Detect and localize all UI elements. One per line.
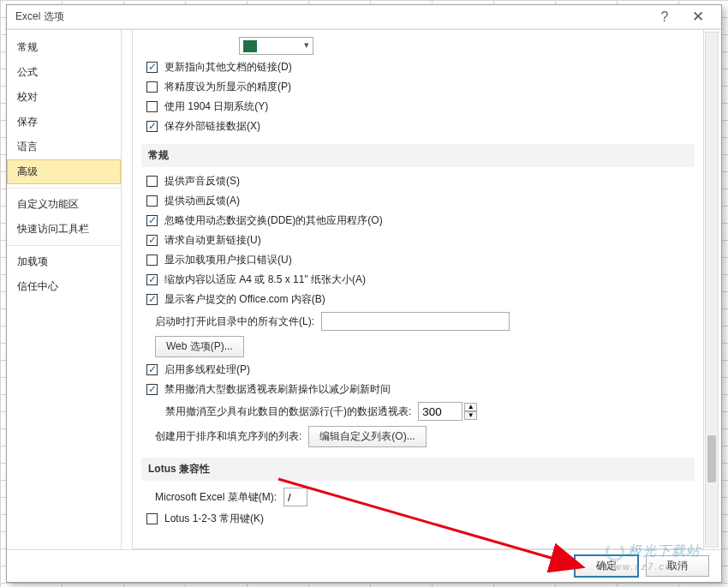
- checkbox-icon: [146, 176, 158, 187]
- sidebar-item-addins[interactable]: 加载项: [7, 249, 121, 274]
- opt-update-links[interactable]: 更新指向其他文档的链接(D): [146, 60, 695, 75]
- checkbox-icon: [146, 215, 158, 226]
- startup-folder-input[interactable]: [321, 312, 510, 331]
- opt-disable-undo-pivot[interactable]: 禁用撤消大型数据透视表刷新操作以减少刷新时间: [146, 382, 695, 397]
- section-general-header: 常规: [141, 144, 695, 167]
- opt-label: 提供声音反馈(S): [164, 174, 240, 189]
- scroll-area[interactable]: 计算此工作簿时(H): 工作簿1 更新指向其他文档的链接(D) 将精度设为所显示…: [132, 30, 704, 549]
- opt-label: Lotus 1-2-3 常用键(K): [164, 512, 264, 526]
- checkbox-icon: [146, 513, 158, 524]
- sidebar-item-advanced[interactable]: 高级: [7, 159, 121, 184]
- sidebar-item-customize-ribbon[interactable]: 自定义功能区: [7, 192, 121, 217]
- checkbox-icon: [146, 101, 158, 112]
- content-pane: 计算此工作簿时(H): 工作簿1 更新指向其他文档的链接(D) 将精度设为所显示…: [122, 30, 721, 549]
- opt-scale-a4[interactable]: 缩放内容以适应 A4 或 8.5 x 11" 纸张大小(A): [146, 273, 695, 287]
- opt-addin-errors[interactable]: 显示加载项用户接口错误(U): [146, 253, 695, 267]
- opt-precision-displayed[interactable]: 将精度设为所显示的精度(P): [146, 80, 695, 94]
- opt-label: 请求自动更新链接(U): [164, 233, 261, 248]
- opt-label: 将精度设为所显示的精度(P): [164, 80, 291, 94]
- opt-animation[interactable]: 提供动画反馈(A): [146, 194, 695, 208]
- vertical-scrollbar[interactable]: [705, 32, 719, 548]
- sidebar-item-qat[interactable]: 快速访问工具栏: [7, 217, 121, 242]
- cancel-button[interactable]: 取消: [646, 555, 709, 577]
- ok-button[interactable]: 确定: [574, 554, 639, 578]
- checkbox-icon: [146, 255, 158, 266]
- opt-label: 显示客户提交的 Office.com 内容(B): [164, 292, 325, 307]
- startup-folder-row: 启动时打开此目录中的所有文件(L):: [155, 312, 695, 331]
- section-lotus-header: Lotus 兼容性: [141, 458, 695, 481]
- menu-key-input[interactable]: [283, 488, 307, 506]
- pivot-threshold-row: 禁用撤消至少具有此数目的数据源行(千)的数据透视表: ▲ ▼: [165, 402, 695, 421]
- menu-key-label: Microsoft Excel 菜单键(M):: [155, 490, 277, 505]
- edit-custom-lists-button[interactable]: 编辑自定义列表(O)...: [308, 426, 426, 447]
- checkbox-icon: [146, 384, 158, 395]
- opt-label: 保存外部链接数据(X): [164, 119, 260, 134]
- workbook-selector[interactable]: 工作簿1: [239, 37, 313, 55]
- scrollbar-thumb[interactable]: [707, 435, 716, 482]
- help-button[interactable]: ?: [649, 7, 680, 27]
- opt-office-content[interactable]: 显示客户提交的 Office.com 内容(B): [146, 292, 695, 307]
- opt-label: 提供动画反馈(A): [164, 194, 240, 208]
- excel-options-dialog: Excel 选项 ? ✕ 常规 公式 校对 保存 语言 高级 自定义功能区 快速…: [6, 4, 722, 583]
- opt-multithread[interactable]: 启用多线程处理(P): [146, 362, 695, 377]
- spin-up-icon[interactable]: ▲: [464, 403, 477, 411]
- checkbox-icon: [146, 121, 158, 132]
- sort-lists-row: 创建用于排序和填充序列的列表: 编辑自定义列表(O)...: [155, 426, 695, 447]
- sidebar-item-proofing[interactable]: 校对: [7, 85, 121, 110]
- titlebar: Excel 选项 ? ✕: [7, 5, 721, 29]
- checkbox-icon: [146, 294, 158, 305]
- opt-label: 忽略使用动态数据交换(DDE)的其他应用程序(O): [164, 213, 383, 228]
- opt-label: 缩放内容以适应 A4 或 8.5 x 11" 纸张大小(A): [164, 273, 366, 287]
- opt-save-ext-link[interactable]: 保存外部链接数据(X): [146, 119, 695, 134]
- checkbox-icon: [146, 274, 158, 285]
- sidebar-item-formulas[interactable]: 公式: [7, 60, 121, 85]
- options-sidebar: 常规 公式 校对 保存 语言 高级 自定义功能区 快速访问工具栏 加载项 信任中…: [7, 30, 122, 549]
- spin-down-icon[interactable]: ▼: [464, 411, 477, 420]
- opt-lotus-keys[interactable]: Lotus 1-2-3 常用键(K): [146, 512, 695, 526]
- menu-key-row: Microsoft Excel 菜单键(M):: [155, 488, 695, 506]
- pivot-threshold-label: 禁用撤消至少具有此数目的数据源行(千)的数据透视表:: [165, 404, 411, 419]
- opt-auto-update-links[interactable]: 请求自动更新链接(U): [146, 233, 695, 248]
- dialog-title: Excel 选项: [15, 9, 649, 24]
- sidebar-item-trust-center[interactable]: 信任中心: [7, 274, 121, 299]
- checkbox-icon: [146, 62, 158, 73]
- dialog-footer: 确定 取消: [7, 549, 721, 582]
- opt-label: 使用 1904 日期系统(Y): [164, 99, 268, 114]
- opt-ignore-dde[interactable]: 忽略使用动态数据交换(DDE)的其他应用程序(O): [146, 213, 695, 228]
- sidebar-item-language[interactable]: 语言: [7, 135, 121, 159]
- opt-sound[interactable]: 提供声音反馈(S): [146, 174, 695, 189]
- checkbox-icon: [146, 235, 158, 246]
- checkbox-icon: [146, 364, 158, 375]
- checkbox-icon: [146, 195, 158, 207]
- pivot-threshold-input[interactable]: [418, 402, 462, 421]
- opt-label: 更新指向其他文档的链接(D): [164, 60, 292, 75]
- sidebar-item-general[interactable]: 常规: [7, 35, 121, 60]
- opt-1904-date[interactable]: 使用 1904 日期系统(Y): [146, 99, 695, 114]
- opt-label: 禁用撤消大型数据透视表刷新操作以减少刷新时间: [164, 382, 391, 397]
- sort-lists-label: 创建用于排序和填充序列的列表:: [155, 429, 301, 444]
- web-options-button[interactable]: Web 选项(P)...: [155, 336, 244, 357]
- excel-icon: [243, 40, 257, 52]
- opt-label: 启用多线程处理(P): [164, 362, 250, 377]
- opt-label: 显示加载项用户接口错误(U): [164, 253, 292, 267]
- close-button[interactable]: ✕: [680, 7, 716, 27]
- checkbox-icon: [146, 81, 158, 93]
- startup-folder-label: 启动时打开此目录中的所有文件(L):: [155, 314, 314, 329]
- sidebar-item-save[interactable]: 保存: [7, 110, 121, 135]
